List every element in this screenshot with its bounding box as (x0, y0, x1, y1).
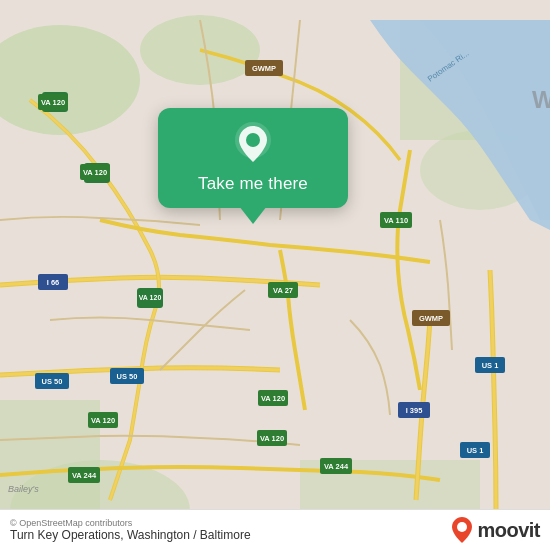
svg-text:I 395: I 395 (406, 406, 423, 415)
moovit-text: moovit (477, 519, 540, 542)
svg-text:VA 244: VA 244 (72, 471, 97, 480)
svg-text:VA 120: VA 120 (260, 434, 284, 443)
popup[interactable]: Take me there (158, 108, 348, 208)
svg-text:US 50: US 50 (42, 377, 63, 386)
svg-text:GWMP: GWMP (252, 64, 276, 73)
svg-point-53 (246, 133, 260, 147)
svg-text:VA 244: VA 244 (324, 462, 349, 471)
svg-text:VA 120: VA 120 (139, 294, 162, 301)
svg-text:I 66: I 66 (47, 278, 60, 287)
svg-text:VA 27: VA 27 (273, 286, 293, 295)
svg-text:VA 120: VA 120 (83, 168, 107, 177)
moovit-logo[interactable]: moovit (451, 516, 540, 544)
map-container: VA 120 VA 120 VA 120 VA 120 VA 120 I 66 … (0, 0, 550, 550)
moovit-pin-icon (451, 516, 473, 544)
popup-label: Take me there (198, 174, 308, 194)
svg-text:GWMP: GWMP (419, 314, 443, 323)
svg-text:VA 110: VA 110 (384, 216, 408, 225)
location-pin-icon (231, 122, 275, 166)
svg-point-54 (457, 522, 467, 532)
svg-text:US 1: US 1 (467, 446, 484, 455)
svg-text:VA 120: VA 120 (41, 98, 65, 107)
attribution: © OpenStreetMap contributors (10, 518, 251, 528)
svg-text:US 50: US 50 (117, 372, 138, 381)
svg-text:Bailey's: Bailey's (8, 484, 39, 494)
bottom-bar: © OpenStreetMap contributors Turn Key Op… (0, 509, 550, 550)
svg-text:VA 120: VA 120 (261, 394, 285, 403)
svg-text:VA 120: VA 120 (91, 416, 115, 425)
svg-text:US 1: US 1 (482, 361, 499, 370)
place-name: Turn Key Operations, Washington / Baltim… (10, 528, 251, 542)
bottom-left: © OpenStreetMap contributors Turn Key Op… (10, 518, 251, 542)
svg-text:W: W (532, 86, 550, 113)
